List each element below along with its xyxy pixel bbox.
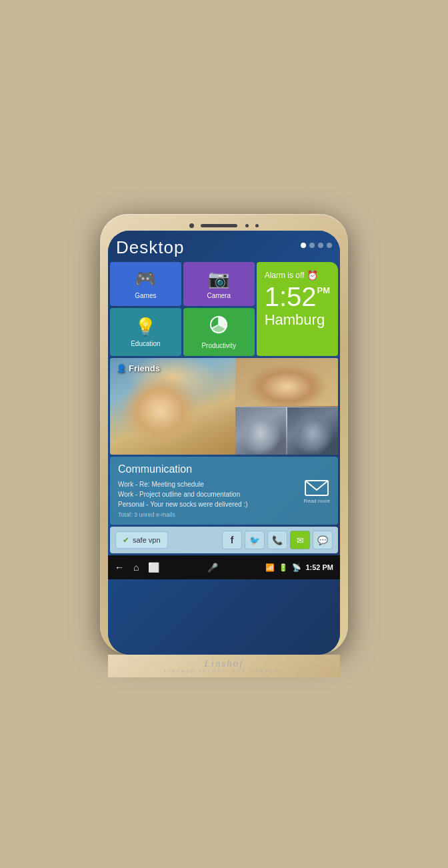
brand-tagline: LINSHOF TECHNOLOGY COMPANY [108, 669, 340, 673]
dot-1[interactable] [301, 243, 306, 248]
chat-icon: 💬 [317, 535, 328, 545]
friend-photo-2 [235, 358, 338, 407]
phone-screen: Desktop 🎮 Games 📷 Camera [108, 231, 340, 655]
speaker-grille [201, 224, 237, 227]
alarm-city: Hamburg [265, 311, 325, 329]
camera-icon: 📷 [208, 269, 229, 289]
pie-chart-icon [209, 315, 229, 339]
sensor [245, 224, 249, 227]
dot-4[interactable] [327, 243, 332, 248]
screen-header: Desktop [108, 231, 340, 262]
facebook-button[interactable]: f [222, 531, 242, 549]
comm-total: Total: 3 unred e-mails [118, 511, 297, 518]
alarm-title: Alarm is off [265, 271, 305, 280]
nav-bar: ← ⌂ ⬜ 🎤 📶 🔋 📡 1:52 PM [108, 555, 340, 579]
gamepad-icon: 🎮 [135, 269, 156, 289]
dot-3[interactable] [318, 243, 323, 248]
signal-icon: 📡 [292, 563, 301, 572]
app-tiles-grid: 🎮 Games 📷 Camera Alarm is off ⏰ 1:52 [108, 262, 340, 356]
comm-message-1: Work - Re: Meeting schedule [118, 479, 297, 489]
alarm-header: Alarm is off ⏰ [265, 270, 319, 281]
brand-name: Linshof [204, 658, 243, 669]
wifi-icon: 📶 [265, 563, 275, 572]
home-screen: Desktop 🎮 Games 📷 Camera [108, 231, 340, 655]
recents-button[interactable]: ⬜ [148, 562, 159, 573]
alarm-ampm: PM [317, 286, 331, 295]
phone-icon: 📞 [272, 535, 283, 545]
alarm-icon: ⏰ [307, 270, 318, 281]
sensor2 [255, 224, 259, 227]
bottom-bar: ✔ safe vpn f 🐦 📞 ✉ [110, 527, 338, 553]
battery-icon: 🔋 [279, 563, 288, 572]
nav-right: 📶 🔋 📡 1:52 PM [265, 563, 333, 572]
phone-button[interactable]: 📞 [267, 531, 287, 549]
mic-button[interactable]: 🎤 [207, 563, 218, 573]
page-indicator [301, 243, 332, 248]
back-button[interactable]: ← [115, 562, 124, 573]
home-button[interactable]: ⌂ [133, 562, 139, 573]
mail-icon [304, 478, 329, 498]
friends-widget[interactable]: 👤 Friends [110, 358, 338, 455]
phone-device: Desktop 🎮 Games 📷 Camera [100, 214, 348, 654]
friend-photo-3 [235, 407, 338, 455]
education-label: Education [131, 340, 160, 347]
branding-area: Linshof LINSHOF TECHNOLOGY COMPANY [108, 655, 340, 677]
bulb-icon: 💡 [135, 317, 156, 337]
games-label: Games [135, 292, 156, 299]
nav-time: 1:52 PM [305, 563, 333, 571]
comm-icon-area[interactable]: Read more [303, 463, 330, 518]
tile-productivity[interactable]: Productivity [183, 308, 255, 356]
comm-content: Communication Work - Re: Meeting schedul… [118, 463, 297, 518]
tile-games[interactable]: 🎮 Games [110, 262, 181, 306]
chat-button[interactable]: 💬 [313, 531, 333, 549]
comm-message-3: Personal - Your new socks were delivered… [118, 499, 297, 509]
mail-button[interactable]: ✉ [290, 531, 310, 549]
vpn-check-icon: ✔ [123, 535, 129, 545]
read-more-label: Read more [303, 498, 330, 504]
vpn-button[interactable]: ✔ safe vpn [115, 531, 168, 549]
nav-left: ← ⌂ ⬜ [115, 562, 159, 573]
twitter-button[interactable]: 🐦 [245, 531, 265, 549]
tile-camera[interactable]: 📷 Camera [183, 262, 255, 306]
comm-message-2: Work - Project outline and documentation [118, 489, 297, 499]
social-icons-row: f 🐦 📞 ✉ 💬 [172, 531, 333, 549]
camera-label: Camera [207, 292, 231, 299]
productivity-label: Productivity [201, 342, 236, 349]
alarm-time-value: 1:52 [265, 283, 317, 310]
screen-title: Desktop [116, 237, 184, 258]
friends-label: 👤 Friends [117, 363, 160, 373]
tile-alarm[interactable]: Alarm is off ⏰ 1:52 PM Hamburg [257, 262, 338, 356]
mail-active-icon: ✉ [297, 535, 304, 545]
facebook-icon: f [231, 535, 234, 545]
twitter-icon: 🐦 [249, 535, 260, 545]
alarm-time: 1:52 PM [265, 283, 330, 310]
dot-2[interactable] [309, 243, 315, 248]
vpn-label: safe vpn [133, 536, 161, 544]
front-camera [189, 223, 194, 228]
tile-education[interactable]: 💡 Education [110, 308, 181, 356]
comm-title: Communication [118, 463, 297, 475]
communication-widget: Communication Work - Re: Meeting schedul… [110, 457, 338, 525]
